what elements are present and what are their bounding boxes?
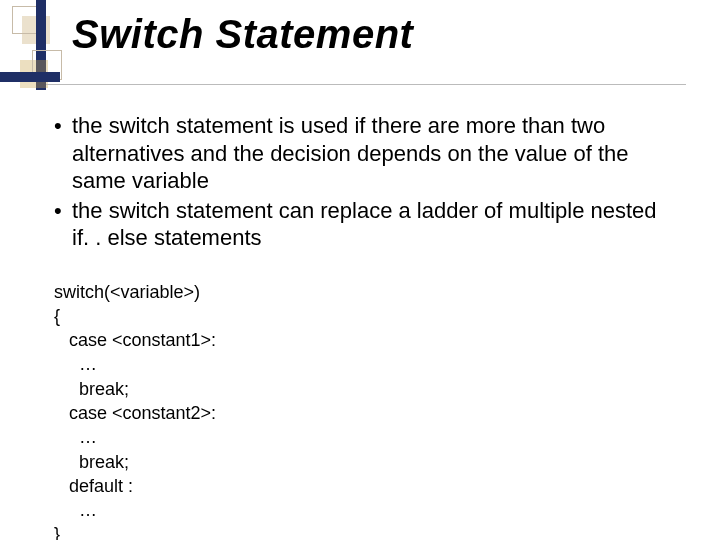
bullet-item: the switch statement can replace a ladde… [54, 197, 674, 252]
slide-body: the switch statement is used if there ar… [54, 112, 674, 540]
decor-horizontal-bar [0, 72, 60, 82]
code-line: … [54, 425, 674, 449]
code-line: switch(<variable>) [54, 280, 674, 304]
bullet-item: the switch statement is used if there ar… [54, 112, 674, 195]
code-line: … [54, 352, 674, 376]
slide-title: Switch Statement [72, 12, 413, 57]
code-line: default : [54, 474, 674, 498]
decor-square-outline-1 [12, 6, 40, 34]
code-line: … [54, 498, 674, 522]
code-line: { [54, 304, 674, 328]
bullet-list: the switch statement is used if there ar… [54, 112, 674, 252]
decor-horizontal-rule [46, 84, 686, 85]
decor-square-fill-1 [22, 16, 50, 44]
decor-square-outline-2 [32, 50, 62, 80]
code-line: case <constant1>: [54, 328, 674, 352]
slide: Switch Statement the switch statement is… [0, 0, 720, 540]
code-block: switch(<variable>) { case <constant1>: …… [54, 280, 674, 541]
code-line: } [54, 522, 674, 540]
code-line: break; [54, 450, 674, 474]
decor-square-fill-2 [20, 60, 48, 88]
code-line: case <constant2>: [54, 401, 674, 425]
decor-vertical-bar [36, 0, 46, 90]
code-line: break; [54, 377, 674, 401]
